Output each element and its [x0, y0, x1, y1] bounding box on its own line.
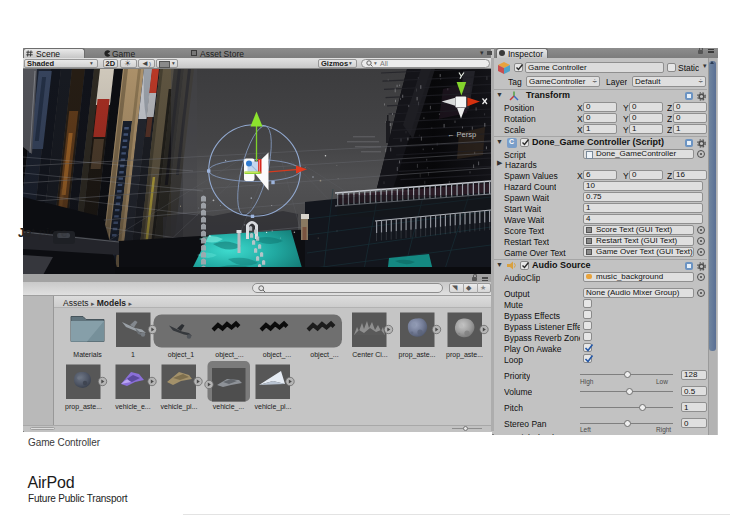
svg-text:← Persp: ← Persp — [447, 130, 476, 139]
